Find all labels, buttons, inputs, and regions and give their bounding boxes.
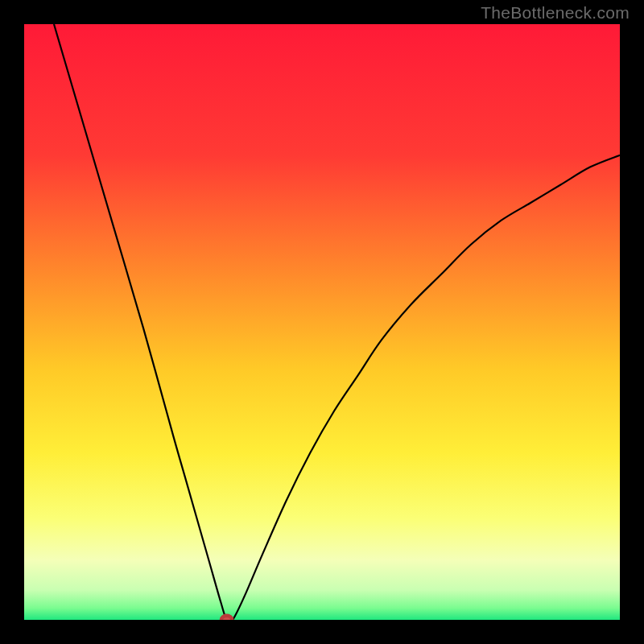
plot-svg [24,24,620,620]
chart-frame: TheBottleneck.com [0,0,644,644]
minimum-marker [221,616,232,620]
watermark-text: TheBottleneck.com [481,3,630,23]
plot-area [24,24,620,620]
gradient-background [24,24,620,620]
